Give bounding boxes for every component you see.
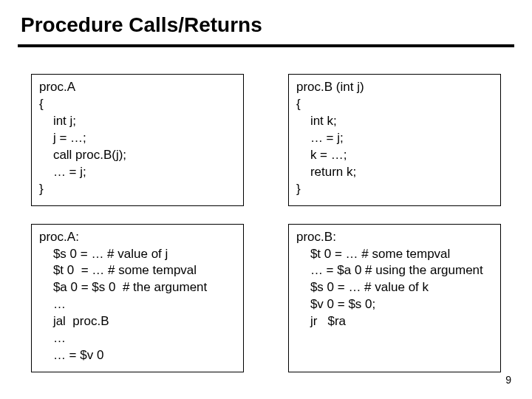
content-grid: proc.A { int j; j = …; call proc.B(j); …… xyxy=(0,47,532,372)
code-box-procB-asm: proc.B: $t 0 = … # some tempval … = $a 0… xyxy=(288,224,501,373)
code-box-procB-c: proc.B (int j) { int k; … = j; k = …; re… xyxy=(288,74,501,206)
code-box-procA-asm: proc.A: $s 0 = … # value of j $t 0 = … #… xyxy=(31,224,244,373)
page-number: 9 xyxy=(505,374,511,386)
page-title: Procedure Calls/Returns xyxy=(0,0,532,43)
code-box-procA-c: proc.A { int j; j = …; call proc.B(j); …… xyxy=(31,74,244,206)
